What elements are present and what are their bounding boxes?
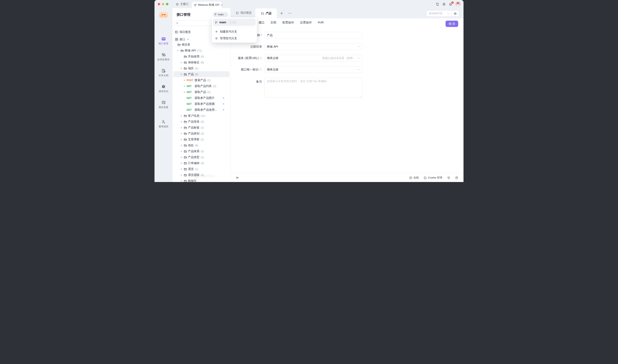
tree-item-api[interactable]: GET获取参产品图片	[173, 95, 229, 101]
chevron-down-icon[interactable]	[177, 50, 179, 52]
remark-textarea[interactable]	[264, 78, 362, 97]
tree-item-api[interactable]: GET获取产品列表(2)	[173, 83, 229, 89]
project-logo[interactable]	[159, 12, 168, 18]
tree-item-api[interactable]: GET获取产品(2)	[173, 89, 229, 95]
detail-tab-4[interactable]: Auth	[318, 21, 324, 25]
name-input[interactable]	[264, 32, 362, 39]
chevron-right-icon[interactable]	[180, 156, 182, 158]
chevron-right-icon[interactable]	[180, 127, 182, 129]
chevron-right-icon[interactable]	[180, 67, 182, 69]
gear-icon[interactable]	[442, 2, 446, 6]
avatar[interactable]	[455, 1, 461, 7]
tree-item-folder[interactable]: 收款(6)	[173, 142, 229, 148]
chevron-right-icon[interactable]	[180, 180, 182, 182]
rail-item-invite[interactable]: 邀请成员	[155, 120, 172, 128]
tree-item-name: 商城 API	[185, 49, 196, 52]
identifier-select[interactable]: 继承父级	[264, 66, 362, 73]
help-icon[interactable]	[259, 57, 262, 59]
help-circle-icon[interactable]	[455, 176, 458, 179]
minimize-window-button[interactable]	[162, 3, 164, 5]
chevron-right-icon[interactable]	[180, 62, 182, 64]
main-window-tab[interactable]: 主窗口	[176, 2, 189, 6]
tree-item-api[interactable]: GET获取参产品视频	[173, 101, 229, 107]
chevron-right-icon[interactable]	[183, 85, 185, 87]
sync-icon[interactable]	[436, 2, 439, 6]
check-circle-icon	[409, 176, 412, 179]
tree-item-folder[interactable]: 产品标签(1)	[173, 125, 229, 130]
rail-item-share[interactable]: 分享文档	[155, 69, 172, 77]
branch-menu-item-label: 管理迭代分支	[220, 37, 237, 40]
tree-item-name: 退货	[188, 167, 194, 171]
tree-item-folder[interactable]: 产品(6)	[173, 71, 229, 77]
tree-item-folder[interactable]: 退货(1)	[173, 166, 229, 172]
tree-item-folder[interactable]: 文章博客(1)	[173, 136, 229, 142]
parent-folder-select[interactable]: 商城 API	[264, 43, 362, 50]
tree-item-folder[interactable]: 订单编辑(3)	[173, 160, 229, 166]
project-tab[interactable]: Medusa 商城 API	[192, 2, 222, 8]
branch-menu-item[interactable]: 创建迭代分支	[212, 28, 257, 35]
rail-item-history[interactable]: 请求历史	[155, 85, 172, 93]
tab-project-overview[interactable]: 项目概览	[236, 11, 252, 15]
rail-item-api[interactable]: 接口管理	[155, 37, 172, 45]
tree-item-folder[interactable]: 产品类型(1)	[173, 154, 229, 160]
resize-handle[interactable]	[360, 95, 362, 97]
chevron-right-icon[interactable]	[180, 168, 182, 170]
sidebar-item-apis[interactable]: 接口	[175, 37, 189, 42]
environment-placeholder: 请选择环境	[429, 12, 442, 15]
chevron-right-icon[interactable]	[180, 174, 182, 176]
cookie-manager-button[interactable]: Cookie 管理	[424, 176, 442, 180]
chevron-right-icon[interactable]	[180, 162, 182, 164]
save-button[interactable]: 保 存	[446, 21, 458, 27]
close-window-button[interactable]	[158, 3, 160, 5]
chevron-right-icon[interactable]	[180, 144, 182, 146]
tree-item-folder[interactable]: 商城 API(71)	[173, 48, 229, 53]
tree-item-folder[interactable]: 购物车	[173, 178, 229, 182]
tree-item-api[interactable]: POST搜索产品(2)	[173, 77, 229, 83]
tree-item-folder[interactable]: 产品变体(2)	[173, 119, 229, 125]
rail-item-label: 请求历史	[155, 90, 172, 93]
chevron-down-icon[interactable]	[180, 73, 182, 75]
close-tab-icon[interactable]	[221, 4, 223, 6]
rail-item-settings[interactable]: 项目设置	[155, 101, 172, 109]
tree-item-api[interactable]: GET获取参产品使用...	[173, 107, 229, 113]
tree-item-folder[interactable]: 产品体系(2)	[173, 148, 229, 154]
collapse-sidebar-icon[interactable]	[236, 176, 239, 179]
chevron-right-icon[interactable]	[183, 91, 185, 93]
caret-down-icon[interactable]	[187, 39, 189, 40]
chevron-right-icon[interactable]	[180, 115, 182, 117]
tab-product-active[interactable]: 产品	[255, 8, 277, 18]
rail-item-auto[interactable]: 自动化测试	[155, 53, 172, 61]
detail-tab-1[interactable]: 文档	[270, 21, 276, 25]
chevron-right-icon[interactable]	[180, 121, 182, 123]
folder-icon	[184, 61, 187, 64]
environment-select[interactable]: 请选择环境	[426, 12, 451, 15]
layout-menu-button[interactable]	[451, 12, 459, 15]
folder-icon	[184, 126, 187, 129]
tab-more-button[interactable]	[288, 12, 291, 15]
notifications-button[interactable]: 1	[449, 2, 452, 6]
tree-item-folder[interactable]: 身份验证(6)	[173, 59, 229, 65]
chevron-right-icon[interactable]	[180, 150, 182, 152]
chevron-right-icon[interactable]	[183, 79, 185, 81]
branch-selector[interactable]: main	[212, 12, 228, 17]
api-group-icon	[175, 38, 178, 41]
new-tab-button[interactable]	[280, 12, 283, 15]
tree-item-folder[interactable]: 产品类别(2)	[173, 130, 229, 136]
online-status[interactable]: 在线	[409, 176, 419, 180]
detail-tab-3[interactable]: 后置操作	[300, 21, 312, 25]
tshirt-theme-icon[interactable]	[447, 176, 450, 179]
service-select[interactable]: 继承父级 跟随父级目录设置（推荐）	[264, 55, 362, 62]
detail-tab-2[interactable]: 前置操作	[282, 21, 294, 25]
tree-item-folder[interactable]: 客户信息(11)	[173, 113, 229, 119]
detail-tab-0[interactable]: 接口	[259, 21, 264, 25]
chevron-right-icon[interactable]	[180, 132, 182, 135]
sidebar-item-overview[interactable]: 项目概览	[175, 30, 191, 34]
help-icon[interactable]	[259, 68, 262, 71]
tree-item-folder[interactable]: 退货原因(2)	[173, 172, 229, 178]
branch-menu-item[interactable]: 管理迭代分支	[212, 35, 257, 42]
tree-item-folder[interactable]: 地区(2)	[173, 65, 229, 71]
tree-item-folder[interactable]: 开始使用(0)	[173, 53, 229, 59]
branch-option-main[interactable]: main 主分支	[213, 19, 256, 26]
maximize-window-button[interactable]	[166, 3, 168, 5]
chevron-right-icon[interactable]	[180, 139, 182, 141]
